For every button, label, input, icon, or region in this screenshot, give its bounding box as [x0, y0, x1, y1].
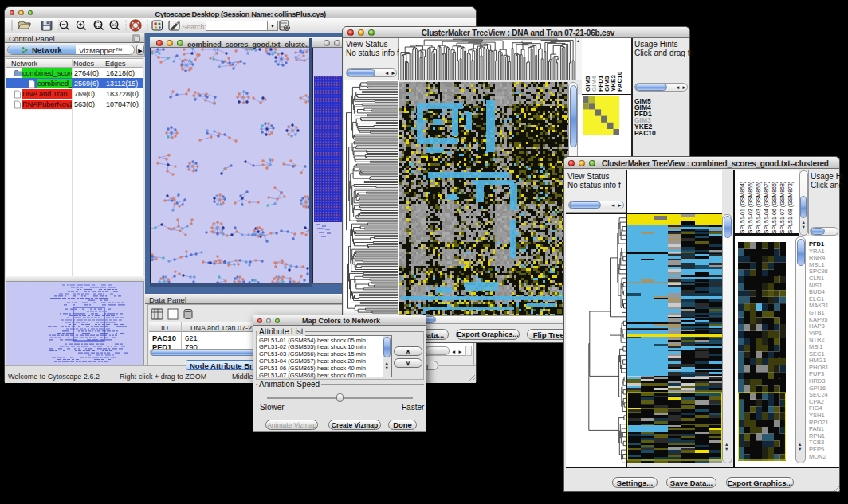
svg-text:1:1: 1:1	[111, 22, 117, 27]
